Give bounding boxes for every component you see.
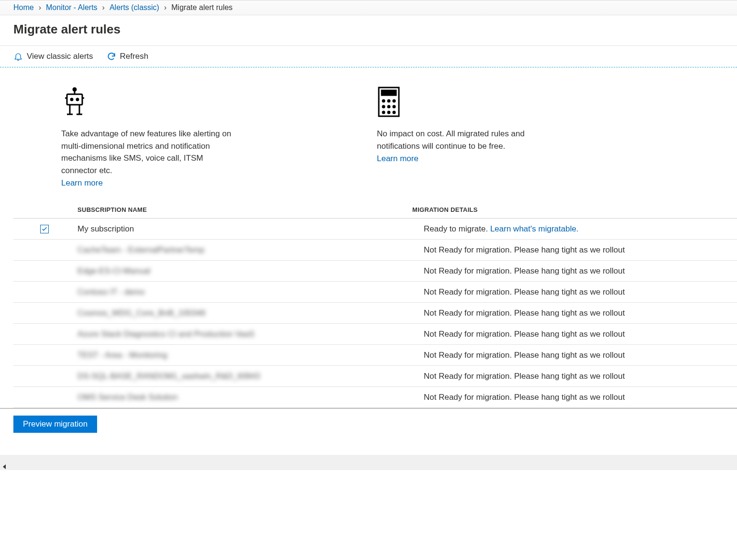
chevron-right-icon: ›: [39, 3, 41, 12]
svg-point-19: [383, 111, 385, 113]
robot-icon: [61, 87, 233, 117]
migration-status-not-ready: Not Ready for migration. Please hang tig…: [424, 372, 625, 381]
page-title: Migrate alert rules: [13, 22, 724, 37]
subscription-name: Contoso IT - demo: [77, 287, 144, 296]
breadcrumb-bar: Home › Monitor - Alerts › Alerts (classi…: [0, 0, 737, 15]
subscription-name: TEST - Area - Monitoring: [77, 351, 167, 360]
svg-point-18: [393, 106, 395, 108]
breadcrumb-monitor-alerts[interactable]: Monitor - Alerts: [46, 3, 98, 12]
table-row[interactable]: Cosmos_WDG_Core_BnB_100348Not Ready for …: [13, 303, 737, 324]
svg-rect-2: [67, 94, 82, 105]
migration-status-not-ready: Not Ready for migration. Please hang tig…: [424, 329, 625, 339]
feature-new-capabilities-link[interactable]: Learn more: [61, 178, 103, 188]
chevron-right-icon: ›: [164, 3, 166, 12]
svg-point-20: [388, 111, 390, 113]
migration-status-not-ready: Not Ready for migration. Please hang tig…: [424, 308, 625, 318]
migration-status-not-ready: Not Ready for migration. Please hang tig…: [424, 351, 625, 360]
svg-point-16: [383, 106, 385, 108]
learn-whats-migratable-link[interactable]: Learn what's migratable.: [490, 224, 579, 233]
svg-point-15: [393, 100, 395, 102]
refresh-button[interactable]: Refresh: [107, 52, 149, 61]
svg-point-0: [73, 88, 76, 91]
view-classic-alerts-label: View classic alerts: [27, 52, 93, 61]
table-bottom-divider: [0, 408, 737, 409]
feature-new-capabilities: Take advantage of new features like aler…: [61, 87, 233, 188]
toolbar: View classic alerts Refresh: [0, 46, 737, 67]
svg-point-14: [388, 100, 390, 102]
table-header: SUBSCRIPTION NAME MIGRATION DETAILS: [13, 201, 737, 219]
caret-left-icon[interactable]: [3, 464, 6, 469]
migration-status-not-ready: Not Ready for migration. Please hang tig…: [424, 393, 625, 402]
calculator-icon: [377, 87, 549, 117]
title-bar: Migrate alert rules: [0, 15, 737, 46]
breadcrumb: Home › Monitor - Alerts › Alerts (classi…: [13, 3, 724, 12]
svg-rect-12: [382, 90, 396, 95]
refresh-icon: [107, 52, 116, 61]
subscription-name: Azure Stack Diagnostics CI and Productio…: [77, 329, 254, 339]
subscription-name: Edge-ES-CI-Manual: [77, 266, 150, 275]
feature-no-cost-link[interactable]: Learn more: [377, 154, 418, 164]
subscription-name: OMS Service Desk Solution: [77, 393, 178, 402]
features-row: Take advantage of new features like aler…: [0, 87, 737, 201]
table-row[interactable]: Edge-ES-CI-ManualNot Ready for migration…: [13, 261, 737, 282]
chevron-right-icon: ›: [102, 3, 105, 12]
feature-no-cost: No impact on cost. All migrated rules an…: [377, 87, 549, 188]
view-classic-alerts-button[interactable]: View classic alerts: [13, 52, 93, 61]
column-migration-details: MIGRATION DETAILS: [410, 206, 737, 213]
svg-point-3: [71, 99, 73, 100]
subscription-name: My subscription: [77, 224, 134, 233]
svg-point-4: [77, 99, 78, 100]
feature-no-cost-text: No impact on cost. All migrated rules an…: [377, 128, 549, 152]
footer-bar: [0, 455, 737, 470]
table-row[interactable]: Contoso IT - demoNot Ready for migration…: [13, 282, 737, 303]
checkbox-checked[interactable]: [40, 225, 49, 233]
column-subscription-name: SUBSCRIPTION NAME: [76, 206, 410, 213]
migration-status-not-ready: Not Ready for migration. Please hang tig…: [424, 287, 625, 296]
migration-status-not-ready: Not Ready for migration. Please hang tig…: [424, 266, 625, 275]
migration-status-not-ready: Not Ready for migration. Please hang tig…: [424, 245, 625, 254]
bell-icon: [13, 52, 23, 61]
table-row[interactable]: DS-SQL-BASE_RANDOM1_sashwin_R&D_60843Not…: [13, 366, 737, 387]
subscription-name: CacheTeam - ExternalPartnerTemp: [77, 245, 205, 254]
table-row[interactable]: TEST - Area - MonitoringNot Ready for mi…: [13, 345, 737, 366]
svg-point-21: [393, 111, 395, 113]
table-row[interactable]: OMS Service Desk SolutionNot Ready for m…: [13, 387, 737, 408]
migration-status-ready: Ready to migrate.: [424, 224, 490, 233]
table-row[interactable]: Azure Stack Diagnostics CI and Productio…: [13, 324, 737, 345]
subscription-name: DS-SQL-BASE_RANDOM1_sashwin_R&D_60843: [77, 372, 260, 381]
breadcrumb-current: Migrate alert rules: [171, 3, 232, 12]
svg-point-17: [388, 106, 390, 108]
table-row[interactable]: CacheTeam - ExternalPartnerTempNot Ready…: [13, 240, 737, 261]
table-row[interactable]: My subscriptionReady to migrate. Learn w…: [13, 219, 737, 240]
breadcrumb-home[interactable]: Home: [13, 3, 34, 12]
refresh-label: Refresh: [120, 52, 149, 61]
subscription-name: Cosmos_WDG_Core_BnB_100348: [77, 308, 205, 318]
feature-new-capabilities-text: Take advantage of new features like aler…: [61, 128, 233, 176]
preview-migration-button[interactable]: Preview migration: [13, 416, 97, 433]
breadcrumb-alerts-classic[interactable]: Alerts (classic): [110, 3, 159, 12]
svg-point-13: [383, 100, 385, 102]
